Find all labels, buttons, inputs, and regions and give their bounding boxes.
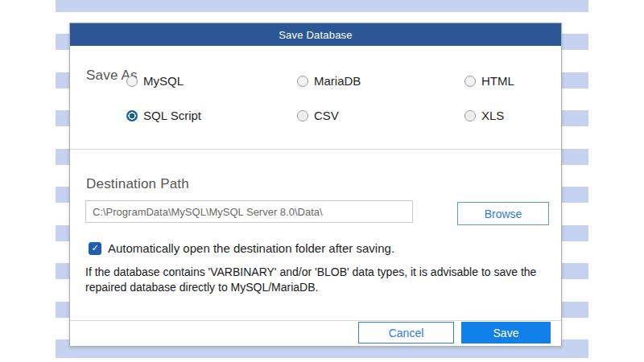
- radio-button-html[interactable]: [464, 76, 476, 87]
- radio-option-sql-script[interactable]: SQL Script: [126, 109, 201, 122]
- destination-path-input[interactable]: [85, 200, 413, 223]
- radio-option-html[interactable]: HTML: [464, 74, 514, 88]
- radio-label-mysql: MySQL: [143, 74, 184, 88]
- radio-label-xls: XLS: [481, 109, 504, 122]
- radio-option-xls[interactable]: XLS: [464, 109, 504, 122]
- dialog-title: Save Database: [279, 29, 353, 41]
- radio-option-mariadb[interactable]: MariaDB: [297, 74, 361, 88]
- save-button[interactable]: Save: [461, 322, 551, 343]
- radio-label-csv: CSV: [314, 109, 339, 122]
- cancel-button[interactable]: Cancel: [358, 322, 454, 343]
- radio-label-mariadb: MariaDB: [314, 74, 361, 88]
- radio-button-sql-script[interactable]: [126, 110, 138, 121]
- footer-divider: [70, 320, 561, 321]
- radio-button-csv[interactable]: [297, 110, 308, 121]
- browse-button[interactable]: Browse: [457, 202, 549, 225]
- auto-open-row[interactable]: ✓ Automatically open the destination fol…: [89, 241, 394, 255]
- auto-open-checkbox[interactable]: ✓: [89, 242, 101, 255]
- radio-button-mariadb[interactable]: [297, 76, 308, 87]
- radio-button-mysql[interactable]: [126, 76, 138, 87]
- section-divider: [70, 149, 561, 150]
- radio-option-mysql[interactable]: MySQL: [126, 74, 184, 88]
- auto-open-label: Automatically open the destination folde…: [108, 241, 394, 255]
- dialog-titlebar[interactable]: Save Database: [70, 23, 561, 46]
- radio-option-csv[interactable]: CSV: [297, 109, 339, 122]
- radio-button-xls[interactable]: [464, 110, 476, 121]
- checkmark-icon: ✓: [91, 244, 98, 253]
- radio-label-html: HTML: [481, 74, 514, 88]
- destination-path-heading: Destination Path: [86, 176, 189, 192]
- varbinary-blob-note: If the database contains 'VARBINARY' and…: [85, 265, 568, 295]
- radio-label-sql-script: SQL Script: [143, 109, 201, 122]
- save-database-dialog: Save Database Save As MySQL MariaDB HTML…: [69, 23, 562, 347]
